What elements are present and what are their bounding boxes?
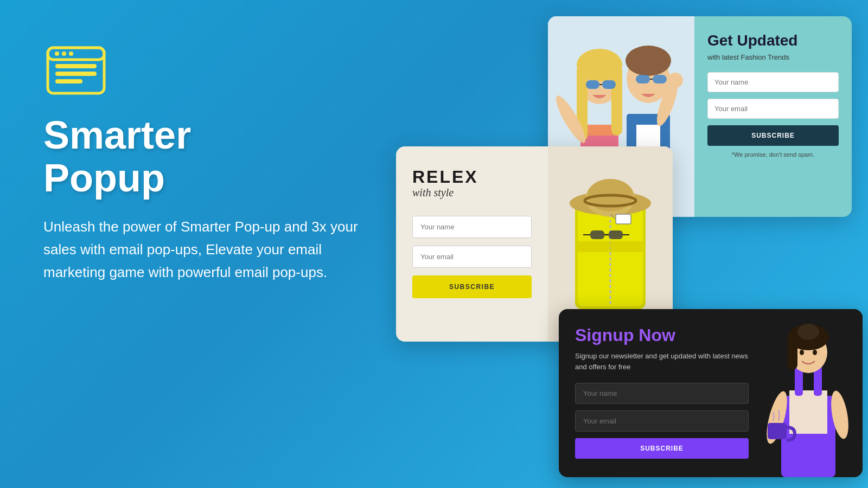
left-panel: Smarter Popup Unleash the power of Smart… xyxy=(43,43,358,284)
svg-point-5 xyxy=(69,52,73,56)
relex-tagline: with style xyxy=(412,185,532,200)
svg-rect-6 xyxy=(55,64,97,68)
signup-title: Signup Now xyxy=(575,325,749,345)
relex-brand: RELEX xyxy=(412,168,532,185)
description: Unleash the power of Smarter Pop-up and … xyxy=(43,216,358,284)
fashion-title: Get Updated xyxy=(707,31,839,50)
fashion-email-input[interactable] xyxy=(707,99,839,119)
main-title: Smarter Popup xyxy=(43,114,358,200)
svg-rect-44 xyxy=(590,230,604,239)
svg-point-60 xyxy=(800,350,804,355)
svg-rect-8 xyxy=(55,79,82,84)
fashion-form-section: Get Updated with latest Fashion Trends S… xyxy=(694,16,852,217)
relex-form-section: RELEX with style SUBSCRIBE xyxy=(396,146,548,342)
svg-rect-49 xyxy=(616,214,631,224)
svg-point-3 xyxy=(55,52,59,56)
signup-subscribe-button[interactable]: SUBSCRIBE xyxy=(575,438,749,459)
svg-rect-20 xyxy=(602,80,616,89)
popups-container: Get Updated with latest Fashion Trends S… xyxy=(380,0,868,488)
svg-point-61 xyxy=(813,350,817,355)
signup-name-input[interactable] xyxy=(575,383,749,404)
svg-point-31 xyxy=(668,73,683,88)
svg-rect-28 xyxy=(653,75,667,84)
svg-point-26 xyxy=(626,46,671,76)
signup-form-section: Signup Now Signup our newsletter and get… xyxy=(559,309,765,477)
svg-rect-58 xyxy=(788,337,797,370)
relex-email-input[interactable] xyxy=(412,246,532,268)
fashion-subscribe-button[interactable]: SUBSCRIBE xyxy=(707,125,839,146)
fashion-spam-note: *We promise, don't send spam. xyxy=(707,151,839,158)
svg-point-59 xyxy=(797,324,819,340)
svg-rect-27 xyxy=(636,75,650,84)
signup-subtitle: Signup our newsletter and get updated wi… xyxy=(575,351,749,372)
svg-rect-19 xyxy=(586,80,599,89)
fashion-name-input[interactable] xyxy=(707,72,839,92)
svg-rect-53 xyxy=(789,390,827,434)
svg-rect-37 xyxy=(578,241,643,252)
logo-icon xyxy=(43,43,108,98)
relex-name-input[interactable] xyxy=(412,216,532,238)
svg-point-4 xyxy=(62,52,66,56)
svg-rect-63 xyxy=(768,423,787,439)
signup-email-input[interactable] xyxy=(575,410,749,432)
fashion-subtitle: with latest Fashion Trends xyxy=(707,53,839,61)
svg-rect-7 xyxy=(55,72,97,76)
svg-rect-18 xyxy=(611,65,622,136)
relex-subscribe-button[interactable]: SUBSCRIBE xyxy=(412,275,532,298)
svg-rect-45 xyxy=(609,230,623,239)
card-signup: Signup Now Signup our newsletter and get… xyxy=(559,309,863,477)
signup-illustration xyxy=(765,309,863,477)
